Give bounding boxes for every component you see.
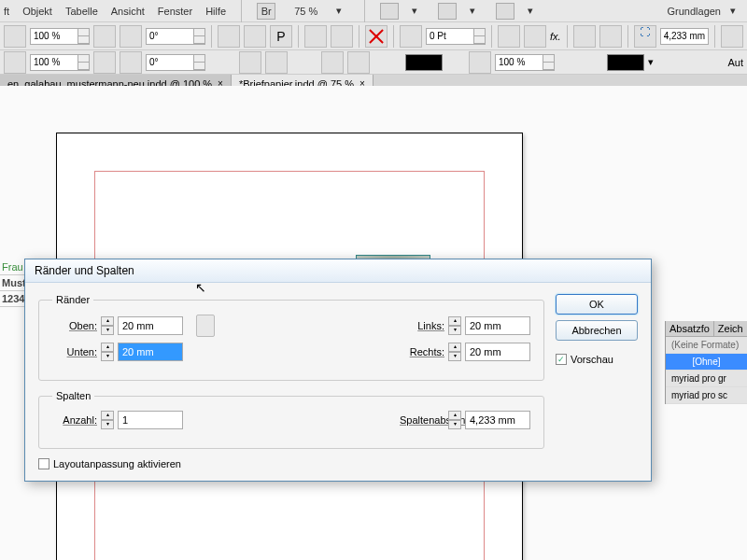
workspace-selector[interactable]: Grundlagen [668,6,722,17]
panel-item[interactable]: myriad pro sc [666,387,747,404]
spinner[interactable]: ▴▾ [448,343,461,361]
measure-field[interactable] [660,28,709,45]
no-fill-icon[interactable] [365,25,388,48]
menu-objekt[interactable]: Objekt [22,6,52,17]
layout-adjust-checkbox[interactable]: Layoutanpassung aktivieren [38,458,544,469]
spinner[interactable] [78,28,90,45]
margins-columns-dialog: Ränder und Spalten Ränder Oben: ▴▾ Links… [24,259,652,482]
tool-icon[interactable] [218,25,240,48]
divider [714,25,715,48]
chevron-down-icon[interactable]: ▾ [648,56,654,68]
link-icon[interactable] [93,25,116,48]
chevron-down-icon[interactable]: ▾ [730,5,743,18]
arrange-button[interactable] [496,3,514,20]
right-label: Rechts: [400,346,444,357]
fill-swatch2[interactable] [607,54,644,71]
ok-button[interactable]: OK [556,294,638,315]
divider [211,25,212,48]
rotate-icon[interactable] [120,25,142,48]
checkbox-box[interactable] [38,458,49,469]
divider [359,25,359,48]
stroke-swatch[interactable] [405,54,443,71]
preview-checkbox[interactable]: ✓ Vorschau [556,354,638,365]
left-margin-input[interactable] [465,316,530,335]
spinner[interactable] [194,54,205,71]
preview-label: Vorschau [571,354,613,365]
spinner[interactable] [194,28,205,45]
spinner[interactable]: ▴▾ [101,411,114,429]
tool-icon[interactable] [573,25,596,48]
bridge-button[interactable]: Br [257,3,275,20]
tool-icon[interactable] [524,25,546,48]
gutter-input[interactable] [465,411,530,429]
menu-tabelle[interactable]: Tabelle [65,6,98,17]
tool-icon[interactable] [239,51,261,74]
scale-y-field[interactable] [30,54,78,71]
tool-icon[interactable] [721,25,743,48]
scale-x-icon[interactable] [4,25,26,48]
cancel-button[interactable]: Abbrechen [556,320,638,341]
opacity-field[interactable] [495,54,543,71]
group-icon[interactable] [331,25,353,48]
stroke-icon[interactable] [400,25,422,48]
control-panel-row1: P fx. ⛶ [0,22,747,50]
panel-tabs: Absatzfo Zeich [666,321,747,337]
column-count-input[interactable] [118,411,183,429]
view-mode-button[interactable] [380,3,399,20]
stroke-weight-field[interactable] [426,28,474,45]
left-label: Links: [400,320,444,331]
spinner[interactable] [543,54,555,71]
effects-button[interactable]: fx. [550,31,561,42]
spinner[interactable]: ▴▾ [448,316,461,335]
bottom-margin-input[interactable] [118,343,183,361]
auto-checkbox-label[interactable]: Aut [727,57,743,68]
panel-item-ohne[interactable]: [Ohne] [666,354,747,371]
paragraph-styles-panel: Absatzfo Zeich (Keine Formate) [Ohne] my… [665,321,747,404]
chevron-down-icon[interactable]: ▾ [470,5,483,18]
crop-icon[interactable]: ⛶ [634,25,656,48]
shear-field[interactable] [146,54,194,71]
flip-h-icon[interactable] [304,25,327,48]
tab-absatzformate[interactable]: Absatzfo [666,321,714,336]
top-label: Oben: [52,320,97,331]
divider [567,25,568,48]
menu-fenster[interactable]: Fenster [158,6,192,17]
spinner[interactable] [474,28,486,45]
menu-bar: ft Objekt Tabelle Ansicht Fenster Hilfe … [0,0,747,22]
opacity-icon[interactable] [469,51,491,74]
spinner[interactable] [78,54,90,71]
chevron-down-icon[interactable]: ▾ [336,5,349,18]
type-p-icon[interactable]: P [270,25,292,48]
tool-icon[interactable] [498,25,520,48]
scale-y-icon[interactable] [4,51,26,74]
tool-icon[interactable] [265,51,288,74]
shear-icon[interactable] [120,51,142,74]
screen-mode-button[interactable] [438,3,457,20]
divider [298,25,299,48]
menu-ansicht[interactable]: Ansicht [111,6,145,17]
zoom-level[interactable]: 75 % [289,4,323,19]
scale-x-field[interactable] [30,28,78,45]
panel-item[interactable]: myriad pro gr [666,371,747,387]
top-margin-input[interactable] [118,316,183,335]
spinner[interactable]: ▴▾ [448,411,461,429]
spinner[interactable]: ▴▾ [101,343,114,361]
count-label: Anzahl: [52,414,97,426]
checkbox-box[interactable]: ✓ [556,354,567,365]
chevron-down-icon[interactable]: ▾ [528,5,541,18]
menu-hilfe[interactable]: Hilfe [205,6,226,17]
tool-icon[interactable] [244,25,266,48]
link-margins-icon[interactable] [196,315,215,337]
tool-icon[interactable] [599,25,622,48]
flip-v-icon[interactable] [321,51,344,74]
right-margin-input[interactable] [465,343,530,361]
ungroup-icon[interactable] [347,51,370,74]
gutter-label: Spaltenabstand: [400,414,444,426]
panel-item[interactable]: (Keine Formate) [666,337,747,354]
menu-schrift[interactable]: ft [4,6,9,17]
tool-icon[interactable] [93,51,116,74]
tab-zeichenformate[interactable]: Zeich [714,321,747,336]
chevron-down-icon[interactable]: ▾ [412,5,425,18]
spinner[interactable]: ▴▾ [101,316,114,335]
rotate-field[interactable] [146,28,194,45]
